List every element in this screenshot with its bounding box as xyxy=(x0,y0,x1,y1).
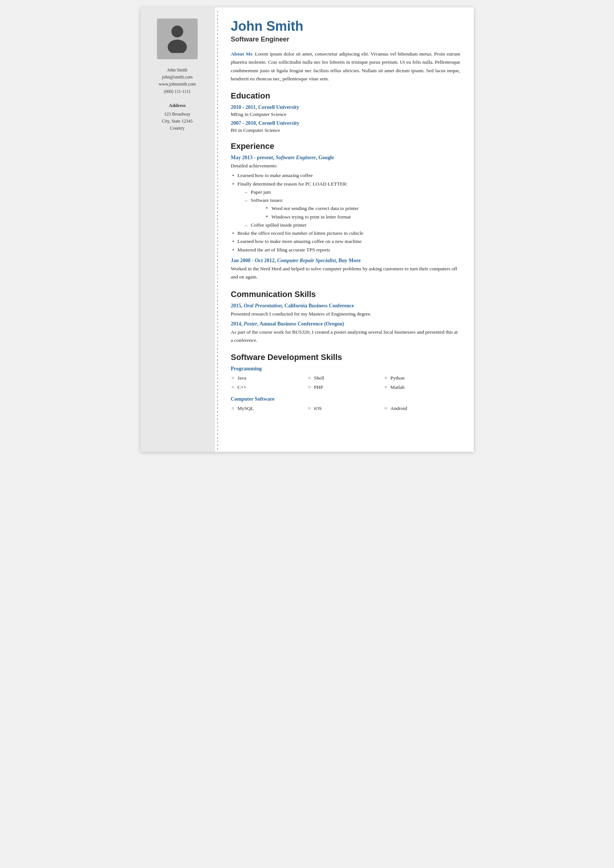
address-line1: 123 Broadway xyxy=(164,112,190,116)
comm-entry-2: 2014, Poster, Annual Business Conference… xyxy=(231,321,460,345)
skill-android: Android xyxy=(384,404,460,413)
programming-label: Programming xyxy=(231,366,460,372)
address-line3: Country xyxy=(170,126,184,131)
divider-column xyxy=(215,8,220,452)
full-name: John Smith xyxy=(231,19,460,34)
comm-entry-1: 2015, Oral Presentation, California Busi… xyxy=(231,303,460,318)
comm-body-2: As part of the course work for BUS320, I… xyxy=(231,328,460,345)
comm-title-1: 2015, Oral Presentation, California Busi… xyxy=(231,303,460,309)
skills-section: Software Development Skills Programming … xyxy=(231,352,460,413)
skill-python: Python xyxy=(384,374,460,382)
sidebar-phone: (000) 111-1111 xyxy=(164,89,191,94)
education-heading: Education xyxy=(231,91,460,101)
exp-body-2: Worked in the Nerd Herd and helped to so… xyxy=(231,265,460,281)
skill-shell: Shell xyxy=(307,374,384,382)
exp-title-1: May 2013 - present, Software Engineer, G… xyxy=(231,155,460,161)
address-label: Address xyxy=(169,102,185,109)
skill-mysql: MySQL xyxy=(231,404,307,413)
experience-entry-1: May 2013 - present, Software Engineer, G… xyxy=(231,155,460,254)
exp-body-1: Detailed achievements: xyxy=(231,162,460,170)
main-content: John Smith Software Engineer About MeLor… xyxy=(220,8,474,452)
sub-bullet-item: Paper jam xyxy=(237,188,460,196)
bullet-item: Learned how to make more amazing coffee … xyxy=(231,238,460,245)
svg-point-1 xyxy=(167,40,187,53)
experience-heading: Experience xyxy=(231,141,460,151)
sub-sub-bullets: Word not sending the correct data to pri… xyxy=(251,204,460,221)
sidebar: John Smith john@smith.com www.johnsmith.… xyxy=(141,8,215,452)
sidebar-address: 123 Broadway City, State 12345 Country xyxy=(162,111,193,132)
skill-ios: iOS xyxy=(307,404,384,413)
sidebar-website: www.johnsmith.com xyxy=(159,81,196,87)
bullet-item: Finally determined the reason for PC LOA… xyxy=(231,180,460,230)
skill-java: Java xyxy=(231,374,307,382)
communication-heading: Communication Skills xyxy=(231,290,460,299)
address-line2: City, State 12345 xyxy=(162,118,193,124)
bullet-item: Mastered the art of filing accurate TPS … xyxy=(231,246,460,254)
software-grid: MySQL iOS Android xyxy=(231,404,460,413)
skills-heading: Software Development Skills xyxy=(231,352,460,362)
education-title-2: 2007 - 2010, Cornell University xyxy=(231,120,460,126)
comm-title-2: 2014, Poster, Annual Business Conference… xyxy=(231,321,460,327)
job-title: Software Engineer xyxy=(231,36,460,43)
communication-section: Communication Skills 2015, Oral Presenta… xyxy=(231,290,460,345)
education-title-1: 2010 - 2011, Cornell University xyxy=(231,104,460,110)
sub-bullet-item: Software issues: Word not sending the co… xyxy=(237,196,460,221)
education-degree-1: MEng in Computer Science xyxy=(231,112,460,117)
about-me-section: About MeLorem ipsum dolor sit amet, cons… xyxy=(231,50,460,83)
software-subsection: Computer Software MySQL iOS Android xyxy=(231,396,460,413)
dotted-line xyxy=(217,11,218,452)
sub-sub-bullet-item: Windows trying to print in letter format xyxy=(251,213,460,221)
bullet-item: Broke the office record for number of ki… xyxy=(231,229,460,238)
exp-title-2: Jan 2008 - Oct 2012, Computer Repair Spe… xyxy=(231,258,460,264)
resume-header: John Smith Software Engineer xyxy=(231,19,460,43)
skill-php: PHP xyxy=(307,383,384,392)
avatar xyxy=(157,19,198,59)
education-entry-2: 2007 - 2010, Cornell University BS in Co… xyxy=(231,120,460,133)
programming-grid: Java Shell Python C++ PHP Matlab xyxy=(231,374,460,392)
resume-container: John Smith john@smith.com www.johnsmith.… xyxy=(141,8,474,452)
person-icon xyxy=(163,23,192,54)
sidebar-name: John Smith xyxy=(167,67,187,73)
software-label: Computer Software xyxy=(231,396,460,402)
sub-sub-bullet-item: Word not sending the correct data to pri… xyxy=(251,204,460,213)
about-me-label: About Me xyxy=(231,51,253,57)
sub-bullets: Paper jam Software issues: Word not send… xyxy=(237,188,460,229)
education-entry-1: 2010 - 2011, Cornell University MEng in … xyxy=(231,104,460,117)
education-degree-2: BS in Computer Science xyxy=(231,127,460,133)
sidebar-email: john@smith.com xyxy=(162,75,193,80)
programming-subsection: Programming Java Shell Python C++ PHP Ma… xyxy=(231,366,460,392)
exp-bullets-1: Learned how to make amazing coffee Final… xyxy=(231,171,460,254)
about-me-text: Lorem ipsum dolor sit amet, consectetur … xyxy=(231,51,460,81)
sidebar-contact: John Smith john@smith.com www.johnsmith.… xyxy=(159,67,196,95)
comm-body-1: Presented research I conducted for my Ma… xyxy=(231,310,460,318)
skill-matlab: Matlab xyxy=(384,383,460,392)
skill-cpp: C++ xyxy=(231,383,307,392)
svg-point-0 xyxy=(171,26,183,37)
sub-bullet-item: Coffee spilled inside printer xyxy=(237,221,460,229)
education-section: Education 2010 - 2011, Cornell Universit… xyxy=(231,91,460,133)
bullet-item: Learned how to make amazing coffee xyxy=(231,171,460,180)
experience-entry-2: Jan 2008 - Oct 2012, Computer Repair Spe… xyxy=(231,258,460,281)
experience-section: Experience May 2013 - present, Software … xyxy=(231,141,460,281)
